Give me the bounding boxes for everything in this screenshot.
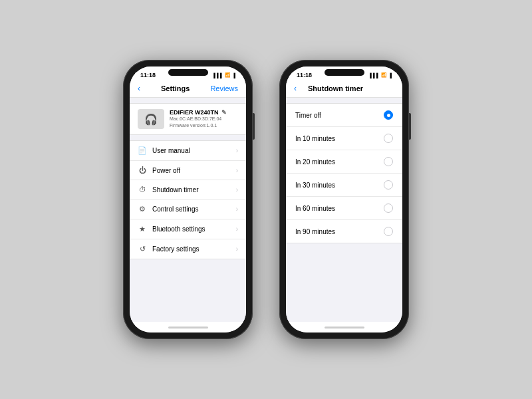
home-bar-2 <box>325 327 364 329</box>
menu-item-bluetooth-settings[interactable]: ★ Bluetooth settings › <box>130 219 246 239</box>
device-firmware: Firmware version:1.0.1 <box>170 122 238 129</box>
power-icon: ⏻ <box>138 166 147 174</box>
wifi-icon-1: 📶 <box>225 72 231 78</box>
timer-options-list: Timer off In 10 minutes In 20 minutes In… <box>286 103 402 243</box>
menu-item-control-settings[interactable]: ⚙ Control settings › <box>130 200 246 219</box>
timer-content: Timer off In 10 minutes In 20 minutes In… <box>286 98 402 322</box>
doc-icon: 📄 <box>138 146 147 155</box>
back-button-2[interactable]: ‹ <box>294 84 297 93</box>
status-time-2: 11:18 <box>297 72 312 78</box>
menu-label-control-settings: Control settings <box>152 205 231 213</box>
radio-timer-30[interactable] <box>384 180 393 190</box>
nav-bar-1: ‹ Settings Reviews <box>130 81 246 98</box>
radio-timer-20[interactable] <box>384 157 393 166</box>
timer-screen: 11:18 ▌▌▌ 📶 ▐ ‹ Shutdown timer Timer off… <box>286 66 402 332</box>
status-bar-1: 11:18 ▌▌▌ 📶 ▐ <box>130 66 246 81</box>
settings-screen: 11:18 ▌▌▌ 📶 ▐ ‹ Settings Reviews 🎧 EDIFI… <box>130 66 246 332</box>
device-info: EDIFIER W240TN ✎ Mac:0C:AE:BD:3D:7E:04 F… <box>170 109 238 129</box>
chevron-icon-3: › <box>236 186 238 194</box>
nav-title-1: Settings <box>161 84 190 92</box>
chevron-icon-4: › <box>236 205 238 213</box>
chevron-icon-1: › <box>236 147 238 154</box>
menu-label-bluetooth-settings: Bluetooth settings <box>152 225 231 233</box>
signal-icon-1: ▌▌▌ <box>213 73 223 78</box>
wifi-icon-2: 📶 <box>381 72 387 78</box>
device-card: 🎧 EDIFIER W240TN ✎ Mac:0C:AE:BD:3D:7E:04… <box>130 103 246 135</box>
menu-label-factory-settings: Factory settings <box>152 245 231 253</box>
timer-option-90[interactable]: In 90 minutes <box>286 220 402 243</box>
status-icons-2: ▌▌▌ 📶 ▐ <box>370 72 392 78</box>
phone-settings: 11:18 ▌▌▌ 📶 ▐ ‹ Settings Reviews 🎧 EDIFI… <box>123 60 253 339</box>
status-bar-2: 11:18 ▌▌▌ 📶 ▐ <box>286 66 402 81</box>
timer-option-30[interactable]: In 30 minutes <box>286 174 402 197</box>
timer-label-20: In 20 minutes <box>295 158 335 166</box>
device-image: 🎧 <box>138 109 164 129</box>
nav-bar-2: ‹ Shutdown timer <box>286 81 402 98</box>
chevron-icon-6: › <box>236 245 238 253</box>
nav-title-2: Shutdown timer <box>308 84 363 92</box>
menu-item-shutdown-timer[interactable]: ⏱ Shutdown timer › <box>130 180 246 200</box>
timer-label-60: In 60 minutes <box>295 205 335 212</box>
device-name: EDIFIER W240TN ✎ <box>170 109 238 116</box>
menu-label-shutdown-timer: Shutdown timer <box>152 186 231 194</box>
phone-shutdown-timer: 11:18 ▌▌▌ 📶 ▐ ‹ Shutdown timer Timer off… <box>279 60 409 339</box>
settings-content: 🎧 EDIFIER W240TN ✎ Mac:0C:AE:BD:3D:7E:04… <box>130 98 246 322</box>
menu-label-power-off: Power off <box>152 167 231 174</box>
menu-item-user-manual[interactable]: 📄 User manual › <box>130 141 246 161</box>
status-time-1: 11:18 <box>140 72 156 78</box>
timer-option-60[interactable]: In 60 minutes <box>286 197 402 220</box>
timer-option-20[interactable]: In 20 minutes <box>286 150 402 174</box>
menu-item-factory-settings[interactable]: ↺ Factory settings › <box>130 239 246 259</box>
edit-icon[interactable]: ✎ <box>221 109 227 116</box>
timer-option-10[interactable]: In 10 minutes <box>286 127 402 150</box>
timer-label-10: In 10 minutes <box>295 135 335 142</box>
control-icon: ⚙ <box>138 205 147 213</box>
chevron-icon-5: › <box>236 225 238 233</box>
bluetooth-icon: ★ <box>138 225 147 233</box>
radio-timer-10[interactable] <box>384 134 393 143</box>
radio-timer-60[interactable] <box>384 203 393 213</box>
device-mac: Mac:0C:AE:BD:3D:7E:04 <box>170 116 238 122</box>
home-indicator-1 <box>130 322 246 332</box>
battery-icon-2: ▐ <box>388 73 392 78</box>
chevron-icon-2: › <box>236 167 238 174</box>
menu-item-power-off[interactable]: ⏻ Power off › <box>130 161 246 180</box>
signal-icon-2: ▌▌▌ <box>370 73 380 78</box>
home-bar-1 <box>168 327 208 329</box>
home-indicator-2 <box>286 322 402 332</box>
radio-timer-90[interactable] <box>384 227 393 236</box>
timer-label-90: In 90 minutes <box>295 228 335 235</box>
menu-label-user-manual: User manual <box>152 147 231 154</box>
radio-timer-off[interactable] <box>384 110 393 120</box>
timer-icon: ⏱ <box>138 186 147 194</box>
battery-icon-1: ▐ <box>232 73 235 78</box>
status-icons-1: ▌▌▌ 📶 ▐ <box>213 72 235 78</box>
reviews-button[interactable]: Reviews <box>210 84 238 92</box>
timer-option-off[interactable]: Timer off <box>286 104 402 127</box>
timer-label-30: In 30 minutes <box>295 182 335 189</box>
back-button-1[interactable]: ‹ <box>138 84 140 93</box>
timer-label-off: Timer off <box>295 112 321 119</box>
menu-list: 📄 User manual › ⏻ Power off › ⏱ Shutdown… <box>130 140 246 259</box>
factory-icon: ↺ <box>138 245 147 253</box>
